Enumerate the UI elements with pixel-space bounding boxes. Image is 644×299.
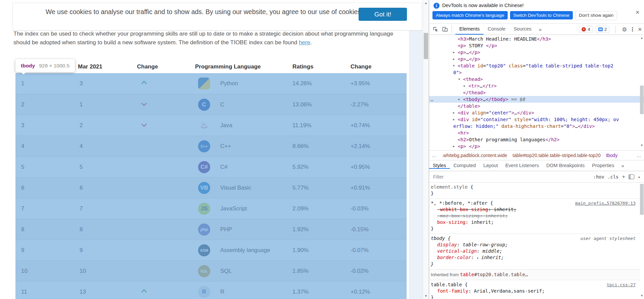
notification-title: DevTools is now available in Chinese! bbox=[442, 3, 524, 8]
rule-selector[interactable]: table.table bbox=[431, 282, 462, 287]
twisty-closed-icon[interactable]: ▸ bbox=[453, 49, 455, 56]
info-icon: i bbox=[433, 3, 440, 9]
tree-line[interactable]: ▸<p>…</p> bbox=[429, 56, 644, 62]
tree-line[interactable]: erflow: hidden;" data-highcharts-chart="… bbox=[429, 123, 644, 130]
new-style-rule-icon[interactable]: + bbox=[622, 173, 625, 180]
rule-selector[interactable]: tbody bbox=[431, 236, 445, 241]
tree-line[interactable]: <p> STORY </p> bbox=[429, 42, 644, 49]
tree-line[interactable]: ▸<p> </p> bbox=[429, 143, 644, 150]
breadcrumb-item[interactable]: … bbox=[432, 153, 436, 158]
style-property[interactable]: display: table-row-group; bbox=[431, 242, 636, 248]
styles-tab-dom-breakpoints[interactable]: DOM Breakpoints bbox=[543, 163, 588, 168]
toggle-element-state-button[interactable]: :hov bbox=[593, 174, 604, 180]
change-cell: +0.74% bbox=[351, 115, 370, 136]
tree-line[interactable]: …▸<tbody>…</tbody> == $0 bbox=[429, 96, 644, 103]
tree-line[interactable]: ▸<tr>…</tr> bbox=[429, 83, 644, 89]
stylesheet-link[interactable]: tpci.css:27 bbox=[607, 282, 636, 288]
rule-selector[interactable]: *, *:before, *:after bbox=[431, 200, 488, 206]
tab-elements[interactable]: Elements bbox=[455, 24, 484, 35]
toggle-sidebar-icon[interactable] bbox=[629, 175, 634, 179]
style-property[interactable]: border-color: ▸ inherit; bbox=[431, 254, 636, 261]
twisty-closed-icon[interactable]: ▸ bbox=[453, 143, 455, 150]
twisty-closed-icon[interactable]: ▸ bbox=[458, 96, 460, 103]
twisty-closed-icon[interactable]: ▸ bbox=[453, 56, 455, 62]
styles-tab-event-listeners[interactable]: Event Listeners bbox=[502, 163, 543, 168]
tree-line[interactable]: ▸<p>…</p> bbox=[429, 49, 644, 56]
tree-line[interactable]: <hr> bbox=[429, 130, 644, 136]
language-name: Java bbox=[220, 115, 232, 136]
styles-scroll-up-icon[interactable]: ▲ bbox=[638, 175, 641, 179]
twisty-open-icon[interactable]: ▾ bbox=[458, 76, 460, 83]
devtools-close-icon[interactable]: ✕ bbox=[638, 27, 642, 33]
tree-line[interactable]: ▸<div id="container" style="width: 100%;… bbox=[429, 116, 644, 123]
page-scrollbar-thumb[interactable] bbox=[424, 33, 428, 59]
style-property[interactable]: box-sizing: inherit; bbox=[431, 219, 636, 226]
twisty-closed-icon[interactable]: ▸ bbox=[453, 109, 455, 116]
style-property[interactable]: -moz-box-sizing: inherit; bbox=[431, 213, 636, 219]
notification-button-don-t-show-again[interactable]: Don't show again bbox=[575, 11, 617, 20]
styles-scrollbar-thumb[interactable] bbox=[640, 184, 644, 215]
style-property[interactable]: font-family: Arial,Verdana,sans-serif; bbox=[431, 288, 636, 294]
inspect-element-icon[interactable] bbox=[432, 26, 439, 32]
tree-line[interactable]: 0"> bbox=[429, 69, 644, 76]
kebab-menu-icon[interactable]: ⋮ bbox=[630, 26, 635, 33]
previous-rank-cell: 6 bbox=[80, 178, 83, 198]
tree-line[interactable]: ▸<div align="center">…</div> bbox=[429, 109, 644, 116]
tree-scrollbar-thumb[interactable] bbox=[640, 86, 644, 114]
console-messages-badge[interactable]: 2 bbox=[596, 26, 610, 33]
table-row: 32♨Java11.19%+0.74% bbox=[15, 115, 407, 136]
toolbar-divider bbox=[615, 26, 616, 33]
breadcrumb-overflow-dots[interactable]: … bbox=[637, 153, 641, 158]
expand-icon[interactable]: ▸ bbox=[477, 256, 481, 260]
column-header-change: Change bbox=[351, 63, 371, 70]
breadcrumb-item[interactable]: .whitebg.padblock.content.wide bbox=[442, 153, 507, 158]
inherited-node-link[interactable]: table#top20.table.table… bbox=[460, 272, 528, 277]
element-classes-button[interactable]: .cls bbox=[608, 174, 619, 180]
tree-node-code: 0"> bbox=[429, 69, 462, 76]
breadcrumb-item[interactable]: table#top20.table.table-striped.table-to… bbox=[513, 153, 601, 158]
styles-tab-layout[interactable]: Layout bbox=[479, 163, 502, 168]
styles-tab-computed[interactable]: Computed bbox=[450, 163, 480, 168]
styles-filter-input[interactable] bbox=[432, 174, 545, 180]
notification-button-switch-devtools-to-chinese[interactable]: Switch DevTools to Chinese bbox=[510, 11, 573, 19]
styles-tab-properties[interactable]: Properties bbox=[588, 163, 618, 168]
style-rule: *, *:before, *:after {main_prefix…578267… bbox=[429, 198, 640, 234]
tree-line[interactable]: </thead> bbox=[429, 89, 644, 96]
twisty-closed-icon[interactable]: ▸ bbox=[453, 116, 455, 123]
tree-line[interactable]: ▾<thead> bbox=[429, 76, 644, 83]
tree-line[interactable]: </table> bbox=[429, 103, 644, 109]
breadcrumb-item[interactable]: tbody bbox=[606, 153, 617, 158]
cookie-accept-button[interactable]: Got it! bbox=[359, 8, 407, 21]
tiobe-definition-link[interactable]: here bbox=[299, 39, 310, 46]
language-icon: php bbox=[198, 223, 210, 236]
rank-cell: 2 bbox=[21, 94, 24, 115]
notification-close-icon[interactable]: ✕ bbox=[635, 9, 640, 15]
tree-line[interactable]: <h2>Other programming languages</h2> bbox=[429, 136, 644, 143]
tree-scroll-up-icon[interactable]: ▲ bbox=[640, 36, 643, 40]
settings-gear-icon[interactable]: ⚙ bbox=[622, 26, 627, 33]
console-errors-badge[interactable]: ✕ 4 bbox=[579, 26, 593, 33]
rule-selector[interactable]: element.style bbox=[431, 184, 468, 190]
styles-scroll-down-icon[interactable]: ▼ bbox=[640, 294, 643, 297]
stylesheet-link[interactable]: main_prefix…57826709:13 bbox=[575, 200, 636, 206]
page-scrollbar[interactable]: ▲ ▼ bbox=[423, 0, 429, 299]
tree-line[interactable]: <h3>March Headline: HEADLINE</h3> bbox=[429, 36, 644, 42]
rank-cell: 5 bbox=[21, 157, 24, 178]
stylesheet-link[interactable]: user agent stylesheet bbox=[581, 235, 636, 242]
tab-console[interactable]: Console bbox=[484, 24, 509, 35]
scroll-up-icon[interactable]: ▲ bbox=[423, 1, 429, 5]
webpage-viewport: We use cookies to analyse our traffic an… bbox=[0, 0, 423, 299]
twisty-open-icon[interactable]: ▾ bbox=[453, 62, 455, 69]
notification-button-always-match-chrome-s-language[interactable]: Always match Chrome's language bbox=[432, 11, 508, 19]
more-styles-tabs-icon[interactable]: » bbox=[618, 163, 627, 168]
tree-scroll-down-icon[interactable]: ▼ bbox=[640, 144, 643, 147]
device-toolbar-icon[interactable] bbox=[442, 26, 448, 32]
twisty-closed-icon[interactable]: ▸ bbox=[464, 83, 465, 89]
scroll-down-icon[interactable]: ▼ bbox=[423, 294, 429, 298]
styles-tab-styles[interactable]: Styles bbox=[429, 163, 450, 169]
tree-line[interactable]: ▾<table id="top20" class="table table-st… bbox=[429, 62, 644, 69]
more-tabs-icon[interactable]: » bbox=[536, 27, 545, 32]
style-property[interactable]: -webkit-box-sizing: inherit; bbox=[431, 206, 636, 213]
style-property[interactable]: vertical-align: middle; bbox=[431, 248, 636, 254]
tab-sources[interactable]: Sources bbox=[510, 24, 536, 35]
